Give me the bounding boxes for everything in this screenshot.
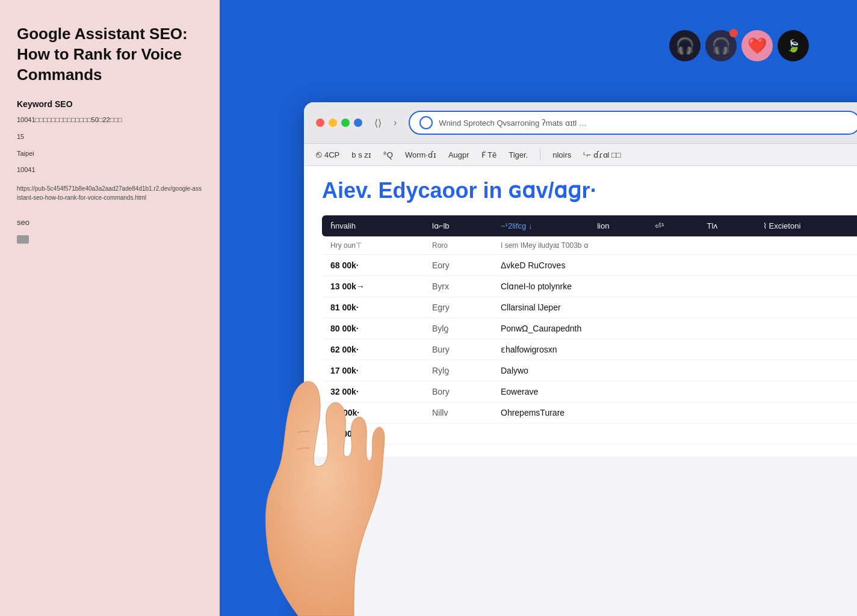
row-1-col1: 13 00k→	[322, 276, 424, 297]
back-button[interactable]: ⟨⟩	[371, 116, 385, 130]
browser-content: Aiev. Edycaoor in ɢɑv/ɑɡr· ɦnvalih lɑ⌐lb…	[304, 166, 857, 457]
row-1-col3: ClɑneI-lo ptolynrke	[492, 276, 857, 297]
row-5-col1: 17 00k·	[322, 360, 424, 381]
table-subheader: Hry oun⊤ Roro I sem IMey iludyaɪ T003b ɑ	[322, 236, 857, 255]
table-header-row: ɦnvalih lɑ⌐lb ~¹2lifcg ↓ lion ⏎¹ Tlʌ ⌇ E…	[322, 215, 857, 236]
th-4: ⏎¹	[646, 215, 698, 236]
row-0-col2: Eory	[424, 255, 492, 276]
toolbar-label-1: b s zɪ	[351, 150, 371, 159]
page-heading: Aiev. Edycaoor in ɢɑv/ɑɡr·	[322, 178, 857, 203]
traffic-light-yellow[interactable]	[329, 119, 337, 127]
toolbar-label-4: Augpr	[448, 150, 469, 159]
toolbar-item-4[interactable]: Augpr	[448, 150, 469, 159]
row-1-col2: Byrx	[424, 276, 492, 297]
row-8-col2	[424, 424, 492, 445]
sidebar-url: https://pub-5c454f571b8e40a3a2aad27ade84…	[17, 184, 203, 202]
row-8-col1: 6F 00k·	[322, 424, 424, 445]
row-4-col2: Bury	[424, 339, 492, 360]
table-row: 68 00k· Eory ΔvkeD RuCroves	[322, 255, 857, 276]
row-2-col1: 81 00k·	[322, 297, 424, 318]
row-0-col1: 68 00k·	[322, 255, 424, 276]
main-area: 🎧 🎧 ❤️ 🍃 ⟨⟩ › Wnind Sprotech Qvsarroni	[220, 0, 857, 616]
address-text: Wnind Sprotech Qvsarroning ʔmats ɑɪtl …	[439, 119, 850, 128]
subheader-0: Hry oun⊤	[322, 236, 424, 255]
toolbar-item-0[interactable]: ⎋ 4CP	[316, 149, 339, 160]
th-1: lɑ⌐lb	[424, 215, 492, 236]
row-5-col2: Rylƍ	[424, 360, 492, 381]
traffic-light-green[interactable]	[341, 119, 350, 127]
row-7-col3: OhrepemsTurare	[492, 402, 857, 424]
heading-normal: Aiev.	[322, 178, 372, 203]
toolbar-label-2: ᴿQ	[383, 150, 393, 159]
address-bar[interactable]: Wnind Sprotech Qvsarroning ʔmats ɑɪtl …	[409, 111, 857, 135]
icon-headphones-1[interactable]: 🎧	[669, 30, 701, 61]
toolbar-item-6[interactable]: Tiger.	[509, 150, 528, 159]
toolbar-label-6: Tiger.	[509, 150, 528, 159]
toolbar-label-0: 4CP	[324, 150, 339, 159]
table-row: 62 00k· Bury ɛhalfowigrosxn	[322, 339, 857, 360]
row-6-col2: Bory	[424, 381, 492, 402]
sidebar-meta-city: Taipei	[17, 149, 203, 159]
address-circle-icon	[419, 116, 433, 129]
th-5: Tlʌ	[699, 215, 755, 236]
toolbar-item-7[interactable]: nloirs	[552, 150, 571, 159]
sidebar-meta-line1: 10041□□□□□□□□□□□□□□50□22□□□	[17, 115, 203, 126]
toolbar-label-3: Worm·ɗɪ	[405, 150, 436, 159]
icon-leaf[interactable]: 🍃	[778, 30, 809, 61]
sidebar-title: Google Assistant SEO: How to Rank for Vo…	[17, 24, 203, 85]
row-3-col3: PonwΩ_Caurapednth	[492, 318, 857, 339]
sidebar-meta-code: 10041	[17, 165, 203, 176]
row-2-col2: Egry	[424, 297, 492, 318]
toolbar-icon-0: ⎋	[316, 149, 322, 160]
data-table: ɦnvalih lɑ⌐lb ~¹2lifcg ↓ lion ⏎¹ Tlʌ ⌇ E…	[322, 215, 857, 445]
sidebar-meta-line2: 15	[17, 132, 203, 143]
table-row: 81 00k· Egry Cllarsinal lJeper	[322, 297, 857, 318]
browser-chrome-bar: ⟨⟩ › Wnind Sprotech Qvsarroning ʔmats ɑɪ…	[304, 102, 857, 144]
row-3-col2: Bylƍ	[424, 318, 492, 339]
row-4-col3: ɛhalfowigrosxn	[492, 339, 857, 360]
table-row: 80 00k· Bylƍ PonwΩ_Caurapednth	[322, 318, 857, 339]
row-4-col1: 62 00k·	[322, 339, 424, 360]
th-sort-icon: ~¹2lifcg ↓	[501, 221, 532, 230]
sidebar-tag: seo	[17, 218, 203, 227]
row-3-col1: 80 00k·	[322, 318, 424, 339]
toolbar-divider	[540, 149, 540, 161]
traffic-light-blue[interactable]	[354, 119, 362, 127]
row-8-col3	[492, 424, 857, 445]
browser-nav: ⟨⟩ ›	[371, 116, 400, 130]
subheader-2: I sem IMey iludyaɪ T003b ɑ	[492, 236, 857, 255]
toolbar-item-5[interactable]: F̈ Tē	[481, 150, 497, 159]
toolbar-item-3[interactable]: Worm·ɗɪ	[405, 150, 436, 159]
toolbar-label-7: nloirs	[552, 150, 571, 159]
traffic-lights	[316, 119, 362, 127]
icon-headphones-2[interactable]: 🎧	[705, 30, 737, 61]
icon-heart[interactable]: ❤️	[741, 30, 773, 61]
th-2[interactable]: ~¹2lifcg ↓	[492, 215, 589, 236]
toolbar-item-2[interactable]: ᴿQ	[383, 150, 393, 159]
top-icons-bar: 🎧 🎧 ❤️ 🍃	[669, 30, 809, 61]
forward-button[interactable]: ›	[390, 116, 400, 129]
sidebar: Google Assistant SEO: How to Rank for Vo…	[0, 0, 220, 616]
toolbar-item-8[interactable]: ᴸ⌐ ɗɾɑl □□	[583, 150, 620, 159]
toolbar-label-5: F̈ Tē	[481, 150, 497, 159]
row-2-col3: Cllarsinal lJeper	[492, 297, 857, 318]
table-row: 32 00k· Bory Eowerave	[322, 381, 857, 402]
row-6-col3: Eowerave	[492, 381, 857, 402]
row-6-col1: 32 00k·	[322, 381, 424, 402]
toolbar-label-8: ᴸ⌐ ɗɾɑl □□	[583, 150, 620, 159]
browser-toolbar: ⎋ 4CP b s zɪ ᴿQ Worm·ɗɪ Augpr F̈ Tē Tige…	[304, 144, 857, 166]
subheader-1: Roro	[424, 236, 492, 255]
notification-dot	[729, 29, 738, 37]
table-row: 6F 00k·	[322, 424, 857, 445]
th-0: ɦnvalih	[322, 215, 424, 236]
heading-blue: Edycaoor	[378, 178, 477, 203]
th-3: lion	[589, 215, 646, 236]
row-0-col3: ΔvkeD RuCroves	[492, 255, 857, 276]
heading-suffix: in ɢɑv/ɑɡr·	[483, 178, 596, 203]
toolbar-item-1[interactable]: b s zɪ	[351, 150, 371, 159]
row-7-col1: S0 00k·	[322, 402, 424, 424]
sidebar-icon	[17, 235, 29, 244]
traffic-light-red[interactable]	[316, 119, 324, 127]
browser-window: ⟨⟩ › Wnind Sprotech Qvsarroning ʔmats ɑɪ…	[304, 102, 857, 616]
row-7-col2: Nillv	[424, 402, 492, 424]
